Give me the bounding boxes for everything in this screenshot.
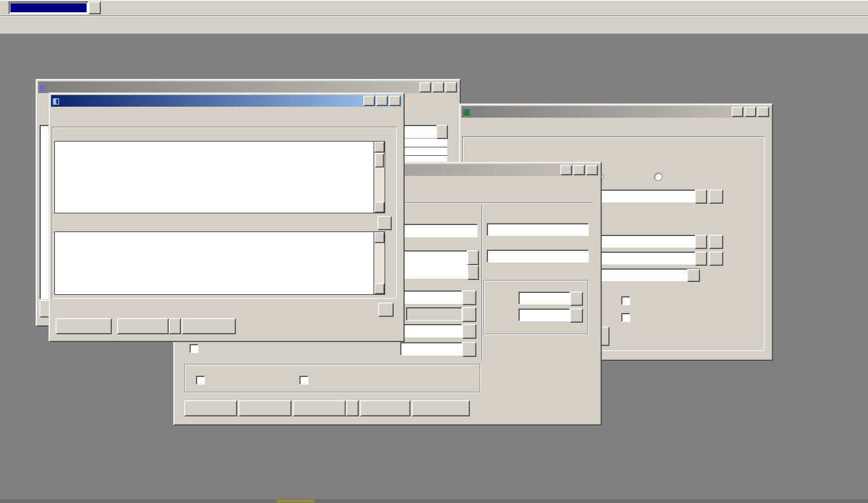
scroll-up-icon[interactable]: [374, 142, 385, 153]
prices-toolbar: [51, 107, 402, 109]
unit-back-button[interactable]: [462, 307, 476, 322]
close-dialog-button[interactable]: [56, 318, 112, 334]
goods-browse-button[interactable]: [695, 252, 707, 266]
main-toolbar: [0, 0, 868, 16]
warehouse-dropdown-button[interactable]: [687, 269, 700, 282]
minimize-button[interactable]: [732, 107, 743, 117]
np-browse-button[interactable]: [570, 308, 583, 323]
window-prices-dialog: ◧: [48, 92, 405, 342]
group-clear-button[interactable]: [709, 235, 723, 249]
combo-dropdown-button[interactable]: [89, 1, 101, 14]
secondary-toolbar: [0, 16, 868, 34]
history-button[interactable]: [117, 318, 169, 334]
unit-readonly-field: [406, 307, 462, 321]
vat-browse-button[interactable]: [570, 292, 583, 306]
minimize-button[interactable]: [560, 165, 572, 175]
base-unit-only-checkbox[interactable]: [189, 344, 198, 353]
flags-group: [184, 364, 480, 392]
hide-sum-checkbox[interactable]: [621, 296, 630, 305]
scroll-down-icon[interactable]: [374, 283, 385, 294]
taxes-group: [483, 280, 588, 334]
reference-book-icon: ◧: [39, 83, 48, 92]
pricetag-internal-button[interactable]: [182, 318, 236, 334]
ostatki-toolbar: [461, 118, 770, 120]
close-button[interactable]: [586, 165, 598, 175]
weight-calc-button[interactable]: [462, 342, 476, 357]
pricetag-button[interactable]: [360, 400, 410, 416]
close-form-button[interactable]: [293, 400, 346, 416]
close-button[interactable]: [445, 82, 457, 92]
reference-book-icon: ◧: [52, 97, 61, 105]
weight-field[interactable]: [400, 342, 462, 356]
combo-selection: [10, 3, 87, 12]
editable-prices-table: [54, 141, 385, 213]
coefficient-field[interactable]: [400, 324, 462, 337]
ostatki-titlebar[interactable]: ▦: [461, 106, 770, 118]
prices-titlebar[interactable]: ◧: [51, 95, 402, 107]
close-button[interactable]: [757, 107, 769, 117]
maximize-button[interactable]: [432, 82, 444, 92]
base-unit-field[interactable]: [398, 290, 462, 304]
note-more-button[interactable]: [378, 303, 394, 317]
spin-up-button[interactable]: [436, 125, 448, 139]
weighted-checkbox[interactable]: [299, 376, 308, 385]
calculated-prices-table: [54, 231, 385, 295]
maximize-button[interactable]: [573, 165, 585, 175]
table-scrollbar[interactable]: [374, 142, 385, 213]
close-options-button[interactable]: [346, 400, 359, 416]
close-button[interactable]: [389, 96, 401, 106]
radio-upr-analitika[interactable]: [654, 173, 662, 181]
table-scrollbar[interactable]: [374, 232, 385, 294]
minimize-button[interactable]: [419, 82, 431, 92]
spin-down-button[interactable]: [467, 265, 479, 280]
firm-browse-button[interactable]: [695, 189, 707, 204]
refbooks-button[interactable]: [412, 400, 470, 416]
bottom-strip: [0, 499, 868, 503]
scroll-down-icon[interactable]: [374, 202, 385, 213]
quick-select-combo[interactable]: [8, 1, 89, 14]
firm-clear-button[interactable]: [709, 189, 723, 204]
hide-price-sum-checkbox[interactable]: [621, 313, 630, 322]
refresh-button[interactable]: [377, 216, 392, 230]
form-column-divider: [482, 205, 483, 360]
maximize-button[interactable]: [745, 107, 756, 117]
save-button[interactable]: [184, 400, 237, 416]
ok-button[interactable]: [238, 400, 291, 416]
history-options-button[interactable]: [169, 318, 181, 334]
np-field[interactable]: [518, 308, 570, 321]
group-browse-button[interactable]: [695, 235, 707, 249]
code-field[interactable]: [487, 223, 589, 236]
report-file-icon: ▦: [463, 108, 472, 116]
minimize-button[interactable]: [363, 96, 375, 106]
spin-up-button[interactable]: [467, 250, 479, 265]
desktop: ◧ ▦: [0, 0, 868, 503]
coefficient-calc-button[interactable]: [462, 324, 476, 339]
maximize-button[interactable]: [376, 96, 388, 106]
base-unit-browse-button[interactable]: [462, 290, 476, 305]
bottom-accent: [277, 500, 314, 502]
scroll-up-icon[interactable]: [374, 232, 385, 243]
article-field[interactable]: [487, 250, 589, 262]
no-price-checkbox[interactable]: [196, 376, 205, 385]
scroll-thumb[interactable]: [375, 153, 384, 167]
nomenclatura-titlebar[interactable]: ◧: [38, 81, 458, 93]
vat-field[interactable]: [518, 292, 570, 305]
goods-clear-button[interactable]: [709, 252, 723, 266]
